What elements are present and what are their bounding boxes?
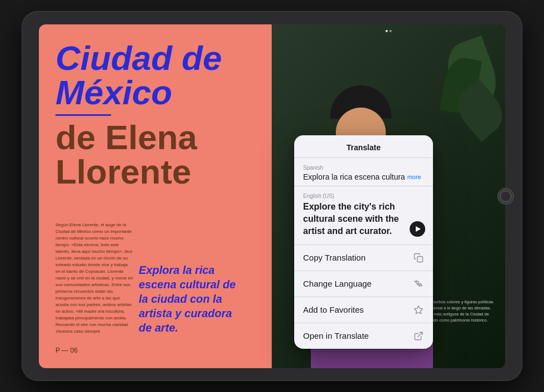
magazine-title: Ciudad de México de Elena Llorente <box>56 41 255 189</box>
copy-translation-action[interactable]: Copy Translation <box>294 245 433 271</box>
left-page: Ciudad de México de Elena Llorente Según… <box>39 24 272 368</box>
dot-1 <box>386 30 388 32</box>
source-text-container: Explora la rica escena cultura more <box>303 172 424 181</box>
add-to-favorites-label: Add to Favorites <box>303 305 364 314</box>
copy-icon <box>413 252 424 263</box>
popup-actions-list: Copy Translation Change Language <box>294 245 433 349</box>
title-line-1: Ciudad de <box>56 41 255 75</box>
home-button-ring <box>500 191 511 202</box>
magazine-spine <box>271 24 273 368</box>
translate-popup: Translate Spanish Explora la rica escena… <box>294 135 433 349</box>
translation-result-section: English (US) Explore the city's rich cul… <box>294 186 433 245</box>
open-in-translate-action[interactable]: Open in Translate <box>294 323 433 349</box>
open-icon <box>413 330 424 342</box>
copy-translation-label: Copy Translation <box>303 253 366 262</box>
title-line-4: Llorente <box>56 155 255 189</box>
dot-2 <box>390 30 392 32</box>
open-in-translate-label: Open in Translate <box>303 331 369 340</box>
source-language-label: Spanish <box>303 165 424 171</box>
star-icon <box>413 304 424 315</box>
add-to-favorites-action[interactable]: Add to Favorites <box>294 297 433 323</box>
magazine-spread: Ciudad de México de Elena Llorente Según… <box>39 24 505 368</box>
popup-title: Translate <box>294 135 433 158</box>
home-button[interactable] <box>497 188 514 205</box>
source-text-value: Explora la rica escena cultura <box>303 172 405 181</box>
translate-icon <box>413 278 424 289</box>
title-line-2: México <box>56 75 255 110</box>
ipad-device: Ciudad de México de Elena Llorente Según… <box>22 12 522 380</box>
change-language-action[interactable]: Change Language <box>294 271 433 297</box>
title-divider <box>56 114 111 116</box>
play-button[interactable] <box>410 221 425 237</box>
svg-rect-0 <box>417 256 423 262</box>
play-icon <box>416 226 421 232</box>
title-line-3: de Elena <box>56 120 255 155</box>
change-language-label: Change Language <box>303 279 371 288</box>
result-text-value: Explore the city's rich cultural scene w… <box>303 201 424 238</box>
svg-marker-1 <box>415 306 423 313</box>
left-page-body-text: Según Elena Llorente, el auge de la Ciud… <box>56 222 133 335</box>
result-language-label: English (US) <box>303 193 424 199</box>
highlighted-pullquote: Explora la rica escena cultural de la ci… <box>139 263 239 335</box>
translation-source-section: Spanish Explora la rica escena cultura m… <box>294 158 433 186</box>
svg-line-2 <box>418 332 422 337</box>
page-number: P — 06 <box>56 347 78 354</box>
ipad-screen: Ciudad de México de Elena Llorente Según… <box>39 24 505 368</box>
dots-indicator <box>386 30 392 32</box>
more-link[interactable]: more <box>407 174 421 180</box>
